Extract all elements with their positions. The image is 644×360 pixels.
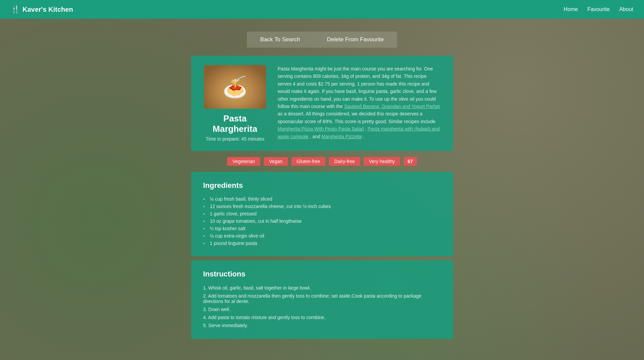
step-2: 2. Add tomatoes and mozzarella then gent…	[203, 292, 441, 305]
ingredients-title: Ingredients	[203, 181, 441, 190]
instructions-title: Instructions	[203, 270, 441, 278]
desc-text-4: .	[363, 134, 365, 139]
tags-row: Vegeterian Vegan Gluten-free Dairy-free …	[227, 151, 417, 172]
tag-gluten-free: Gluten-free	[291, 157, 326, 166]
step-3: 3. Drain well.	[203, 305, 441, 313]
similar-link-1[interactable]: Margherita Pizza With Pesto Pasta Salad	[278, 126, 364, 132]
nav-links: Home Favourite About	[564, 6, 633, 12]
step-1: 1. Whisk oil, garlic, basil, salt togeth…	[203, 284, 441, 292]
dessert-link[interactable]: Sauteed Banana, Granolan and Yogurt Parf…	[344, 104, 440, 109]
page-wrapper: Back To Search Delete From Favourite Pas…	[0, 19, 644, 360]
ingredients-card: Ingredients ¼ cup fresh basil, thinly sl…	[191, 172, 453, 256]
ingredient-3: 1 garlic clove, pressed	[203, 210, 441, 217]
action-buttons: Back To Search Delete From Favourite	[247, 32, 397, 48]
ingredient-4: 10 oz grape tomatoes, cut in half length…	[203, 217, 441, 225]
delete-from-favourite-button[interactable]: Delete From Favourite	[313, 32, 397, 48]
desc-text-2: as a dessert. All things considered, we …	[278, 111, 436, 124]
tag-dairy-free: Dairy-free	[329, 157, 360, 166]
nav-favourite[interactable]: Favourite	[587, 6, 610, 12]
recipe-left: Pasta Margherita Time to prepare: 45 min…	[203, 65, 267, 142]
navbar: 🍴 Kaver's Kitchen Home Favourite About	[0, 0, 644, 19]
score-badge: 67	[403, 157, 417, 166]
ingredient-2: 12 ounces fresh mozzarella cheese, cut i…	[203, 203, 441, 210]
recipe-description: Pasta Margherita might be just the main …	[278, 65, 441, 142]
recipe-title: Pasta Margherita	[203, 113, 267, 134]
recipe-image	[204, 65, 266, 109]
ingredient-1: ¼ cup fresh basil, thinly sliced	[203, 195, 441, 203]
content-area: Back To Search Delete From Favourite Pas…	[0, 19, 644, 360]
brand-name: Kaver's Kitchen	[23, 6, 73, 13]
nav-about[interactable]: About	[619, 6, 633, 12]
nav-home[interactable]: Home	[564, 6, 578, 12]
desc-text-1: Pasta Margherita might be just the main …	[278, 66, 437, 109]
tag-vegeterian: Vegeterian	[227, 157, 260, 166]
brand: 🍴 Kaver's Kitchen	[11, 5, 73, 14]
ingredient-6: ¼ cup extra-virgin olive oil	[203, 232, 441, 240]
recipe-card: Pasta Margherita Time to prepare: 45 min…	[191, 56, 453, 151]
instructions-list: 1. Whisk oil, garlic, basil, salt togeth…	[203, 284, 441, 329]
instructions-card: Instructions 1. Whisk oil, garlic, basil…	[191, 260, 453, 339]
recipe-time: Time to prepare: 45 minutes	[206, 136, 264, 142]
back-to-search-button[interactable]: Back To Search	[247, 32, 314, 48]
ingredient-5: ½ tsp kosher salt	[203, 225, 441, 232]
tag-very-healthy: Very healthy	[363, 157, 400, 166]
ingredient-7: 1 pound linguine pasta	[203, 240, 441, 247]
tag-vegan: Vegan	[264, 157, 288, 166]
step-5: 5. Serve immediately.	[203, 321, 441, 329]
step-4: 4. Add pasta to tomato mixture and gentl…	[203, 313, 441, 321]
fork-knife-icon: 🍴	[11, 5, 20, 14]
similar-link-3[interactable]: Margherita Pizzette	[321, 134, 362, 139]
desc-text-3: , and	[310, 134, 321, 139]
ingredients-list: ¼ cup fresh basil, thinly sliced 12 ounc…	[203, 195, 441, 247]
